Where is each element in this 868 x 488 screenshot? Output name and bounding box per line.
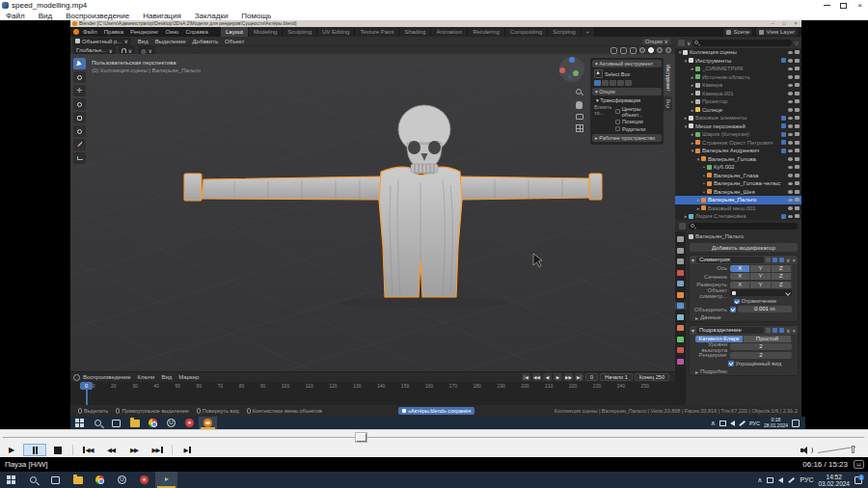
- outliner-row[interactable]: ▾ Инструменты: [675, 57, 801, 66]
- properties-tab[interactable]: [675, 358, 686, 366]
- disable-render-icon[interactable]: [795, 149, 800, 152]
- outliner-search-input[interactable]: [692, 40, 792, 46]
- tray-pen-icon[interactable]: [789, 477, 795, 483]
- ortho-grid-icon[interactable]: [576, 124, 583, 132]
- rotate-tool-button[interactable]: [73, 98, 86, 110]
- flip-button[interactable]: X: [730, 282, 750, 288]
- axis-button[interactable]: Y: [750, 265, 771, 272]
- properties-tab[interactable]: [675, 346, 686, 354]
- player-menu-item[interactable]: Навигация: [143, 12, 181, 20]
- exclude-checkbox[interactable]: [781, 132, 786, 137]
- playback-button[interactable]: ▶▶: [564, 373, 573, 381]
- render-toggle[interactable]: [779, 258, 784, 262]
- outliner-row[interactable]: ▸ Странник Орест Петрович: [675, 139, 801, 148]
- playback-button[interactable]: ◀: [543, 373, 552, 381]
- properties-tab[interactable]: [675, 269, 686, 277]
- properties-search-input[interactable]: [689, 223, 798, 230]
- hide-eye-icon[interactable]: [788, 68, 793, 71]
- fast-forward-button[interactable]: ▶▶: [122, 444, 146, 456]
- file-explorer-icon[interactable]: [67, 472, 89, 488]
- coat-mesh[interactable]: [184, 167, 602, 297]
- seek-thumb[interactable]: [356, 433, 366, 442]
- affect-option[interactable]: Центры объект...: [615, 106, 660, 118]
- cursor-tool-button[interactable]: [73, 71, 86, 83]
- 3d-viewport[interactable]: Пользовательская перспектива (0) Коллекц…: [70, 54, 675, 371]
- collapse-icon[interactable]: ▾: [692, 327, 694, 334]
- volume-knob[interactable]: [852, 446, 854, 453]
- start-button[interactable]: [0, 472, 22, 488]
- checkbox[interactable]: [615, 109, 620, 114]
- exclude-checkbox[interactable]: [781, 214, 786, 219]
- outliner-row[interactable]: ▸ Лидия Степановна: [675, 212, 801, 220]
- exclude-checkbox[interactable]: [781, 140, 786, 145]
- checkbox[interactable]: [615, 126, 620, 131]
- edit-mode-toggle[interactable]: [766, 328, 771, 333]
- checkbox[interactable]: [615, 120, 620, 124]
- player-menu-item[interactable]: Закладки: [195, 12, 229, 20]
- pan-hand-icon[interactable]: [576, 101, 583, 109]
- tray-speaker-icon[interactable]: [778, 477, 783, 483]
- disable-render-icon[interactable]: [795, 141, 800, 145]
- timeline-editor-icon[interactable]: [73, 374, 80, 381]
- exclude-checkbox[interactable]: [781, 149, 786, 153]
- hide-eye-icon[interactable]: [788, 215, 793, 219]
- optimal-display-checkbox[interactable]: [728, 361, 734, 366]
- properties-tab[interactable]: [675, 291, 686, 299]
- hide-eye-icon[interactable]: [788, 51, 793, 55]
- disable-render-icon[interactable]: [795, 157, 800, 161]
- frame-step-button[interactable]: ▶: [176, 444, 199, 456]
- seek-groove[interactable]: [3, 437, 865, 439]
- player-menu-item[interactable]: Вид: [39, 12, 52, 20]
- disable-render-icon[interactable]: [795, 116, 800, 120]
- chrome-icon[interactable]: [89, 472, 111, 488]
- hide-eye-icon[interactable]: [788, 149, 793, 153]
- disable-render-icon[interactable]: [795, 83, 800, 87]
- frame-end-field[interactable]: Конец 250: [635, 373, 669, 381]
- bisect-button[interactable]: Z: [772, 273, 792, 280]
- flip-button[interactable]: Z: [772, 282, 792, 288]
- levels-viewport-field[interactable]: 2: [730, 343, 792, 350]
- select-mode-invert[interactable]: [617, 80, 624, 86]
- timeline-menu-item[interactable]: Маркер: [178, 374, 199, 380]
- subdivision-algorithm-button[interactable]: Простой: [744, 336, 792, 342]
- render-toggle[interactable]: [779, 328, 784, 333]
- merge-threshold-field[interactable]: 0.001 m: [738, 306, 793, 312]
- disable-render-icon[interactable]: [795, 99, 800, 103]
- mirror-object-field[interactable]: [730, 289, 792, 296]
- red-app-icon[interactable]: ●: [133, 472, 155, 488]
- disable-render-icon[interactable]: [795, 67, 800, 70]
- edit-mode-toggle[interactable]: [766, 258, 771, 262]
- disable-render-icon[interactable]: [795, 75, 800, 79]
- tray-monitor-icon[interactable]: [767, 477, 773, 483]
- playback-button[interactable]: ◀◀: [532, 373, 541, 381]
- workspace-section[interactable]: ▸ Рабочее пространство: [592, 134, 662, 142]
- data-section[interactable]: ▸Данные: [690, 313, 798, 321]
- select-box-tool-button[interactable]: [73, 58, 86, 69]
- outliner-row[interactable]: • Куб.002: [675, 163, 801, 172]
- advanced-section[interactable]: ▸Подробно: [690, 367, 798, 375]
- disable-render-icon[interactable]: [795, 181, 800, 185]
- select-mode-new[interactable]: [594, 80, 601, 86]
- hide-eye-icon[interactable]: [788, 174, 793, 177]
- options-section[interactable]: ▾ Опции: [592, 88, 662, 95]
- scale-tool-button[interactable]: [73, 112, 86, 123]
- outliner-row[interactable]: ▸ Проектор: [675, 97, 801, 106]
- properties-mode-icon[interactable]: [679, 223, 686, 230]
- realtime-toggle[interactable]: [773, 258, 777, 262]
- disable-render-icon[interactable]: [795, 214, 800, 218]
- clock[interactable]: 14:5203.02.2024: [818, 474, 850, 487]
- disable-render-icon[interactable]: [795, 59, 800, 63]
- exclude-checkbox[interactable]: [781, 116, 786, 121]
- properties-tab[interactable]: [675, 313, 686, 321]
- outliner-row[interactable]: ▾ Меши персонажей: [675, 122, 801, 131]
- previous-button[interactable]: ◀◀: [76, 444, 99, 456]
- current-frame-field[interactable]: 0: [585, 373, 598, 381]
- outliner-row[interactable]: ▾ Валерьян_Голова: [675, 155, 801, 164]
- hide-eye-icon[interactable]: [788, 124, 793, 128]
- sidebar-tab[interactable]: Вид: [664, 96, 672, 111]
- hide-eye-icon[interactable]: [788, 100, 793, 104]
- disable-render-icon[interactable]: [795, 206, 800, 210]
- playhead-frame-flag[interactable]: 0: [80, 382, 93, 390]
- media-player-taskbar-icon[interactable]: [155, 472, 177, 488]
- camera-view-icon[interactable]: [576, 114, 583, 120]
